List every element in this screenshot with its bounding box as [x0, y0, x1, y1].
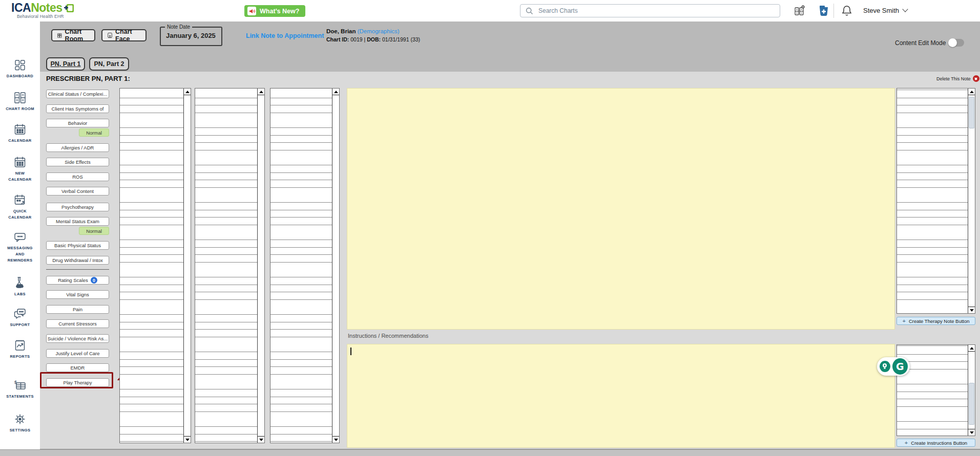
section-button-justify-level-of-care[interactable]: Justify Level of Care: [46, 349, 109, 358]
instructions-pick-list-column[interactable]: [896, 344, 975, 436]
pick-list-column-1[interactable]: [119, 88, 191, 443]
tab-pn-part-2[interactable]: PN, Part 2: [89, 57, 129, 71]
note-text-area[interactable]: [347, 88, 895, 330]
mse-normal-button[interactable]: Normal: [79, 227, 109, 235]
section-button-play-therapy[interactable]: Play Therapy: [46, 378, 109, 387]
sidebar-label: NEW CALENDAR: [3, 170, 37, 183]
whats-new-button[interactable]: What’s New?: [244, 5, 305, 17]
sidebar-item-statements[interactable]: $ STATEMENTS: [0, 379, 40, 400]
scroll-up-arrow[interactable]: [968, 89, 975, 95]
section-button-vital-signs[interactable]: Vital Signs: [46, 290, 109, 299]
behavior-normal-button[interactable]: Normal: [79, 128, 109, 137]
search-icon: [526, 7, 533, 15]
messaging-icon: [13, 231, 27, 244]
section-button-client-has-symptoms[interactable]: Client Has Symptoms of: [46, 104, 109, 113]
therapy-pick-list-column[interactable]: [896, 88, 975, 314]
chart-room-grid-icon: [57, 32, 62, 39]
logo-tagline: Behavioral Health EHR: [17, 14, 88, 19]
sidebar-label: SUPPORT: [3, 322, 37, 328]
chart-rooms-icon[interactable]: [793, 5, 805, 17]
icanotes-logo[interactable]: ICANotes Behavioral Health EHR: [11, 2, 88, 19]
scroll-up-arrow[interactable]: [258, 89, 264, 95]
chart-room-icon: [13, 91, 27, 104]
scroll-up-arrow[interactable]: [968, 345, 975, 352]
pick-list-column-2[interactable]: [195, 88, 265, 443]
section-button-verbal-content[interactable]: Verbal Content: [46, 187, 109, 196]
dashboard-icon: [13, 58, 27, 72]
section-button-clinical-status[interactable]: Clinical Status / Complexi...: [46, 90, 109, 98]
pharmacy-icon[interactable]: [818, 5, 830, 17]
grammarly-logo-icon[interactable]: G: [891, 357, 909, 376]
scrollbar[interactable]: [968, 89, 975, 313]
sidebar-item-quick-calendar[interactable]: QUICK CALENDAR: [0, 193, 40, 221]
search-input[interactable]: [537, 7, 775, 15]
scroll-down-arrow[interactable]: [968, 429, 975, 436]
scroll-thumb[interactable]: [969, 383, 974, 425]
support-chat-icon: [13, 307, 27, 320]
bottom-status-strip: [0, 449, 980, 456]
content-edit-mode-toggle[interactable]: [949, 39, 964, 47]
grammarly-lightbulb-icon[interactable]: [880, 361, 890, 372]
patient-name: Doe, Brian: [326, 28, 356, 34]
user-menu[interactable]: Steve Smith: [863, 7, 907, 14]
sidebar-item-dashboard[interactable]: DASHBOARD: [0, 58, 40, 79]
demographics-link[interactable]: (Demographics): [358, 28, 400, 34]
pick-list-rows[interactable]: [195, 89, 258, 443]
tab-pn-part-1[interactable]: PN, Part 1: [46, 57, 85, 71]
pick-list-column-3[interactable]: [270, 88, 340, 443]
note-date-value: January 6, 2025: [166, 32, 216, 39]
create-instructions-button[interactable]: + Create Instructions Button: [896, 439, 975, 447]
scroll-up-arrow[interactable]: [184, 89, 191, 95]
note-date-field[interactable]: Note Date January 6, 2025: [160, 27, 222, 46]
sidebar-item-new-calendar[interactable]: NEW CALENDAR: [0, 156, 40, 183]
scroll-down-arrow[interactable]: [184, 436, 191, 443]
grammarly-widget[interactable]: G: [877, 357, 910, 376]
scrollbar[interactable]: [968, 345, 975, 436]
section-button-psychotherapy[interactable]: Psychotherapy: [46, 203, 109, 211]
section-button-rating-scales[interactable]: Rating Scales 0: [46, 276, 109, 285]
sidebar-label: STATEMENTS: [3, 394, 37, 400]
chart-search[interactable]: [520, 4, 780, 17]
delete-this-note-button[interactable]: Delete This Note: [936, 75, 979, 82]
scroll-up-arrow[interactable]: [332, 89, 339, 95]
sidebar-item-reports[interactable]: REPORTS: [0, 339, 40, 360]
chart-face-doc-icon: [108, 32, 112, 39]
section-button-mental-status-exam[interactable]: Mental Status Exam: [46, 217, 109, 226]
sidebar-item-support[interactable]: SUPPORT: [0, 307, 40, 328]
logo-text: ICANotes: [11, 2, 88, 13]
section-button-ros[interactable]: ROS: [46, 172, 109, 181]
sidebar-item-calendar[interactable]: CALENDAR: [0, 123, 40, 144]
link-note-to-appointment[interactable]: Link Note to Appointment: [246, 32, 324, 39]
create-therapy-note-button[interactable]: + Create Therapy Note Button: [896, 317, 975, 325]
scroll-down-arrow[interactable]: [332, 436, 339, 443]
scrollbar[interactable]: [257, 89, 264, 443]
pick-list-rows[interactable]: [897, 345, 968, 436]
pick-list-rows[interactable]: [270, 89, 332, 443]
section-button-pain[interactable]: Pain: [46, 305, 109, 314]
section-button-emdr[interactable]: EMDR: [46, 363, 109, 372]
sidebar-item-settings[interactable]: SETTINGS: [0, 412, 40, 433]
sidebar-item-labs[interactable]: LABS: [0, 275, 40, 297]
section-button-drug-withdrawal[interactable]: Drug Withdrawal / Intox: [46, 256, 109, 265]
section-button-side-effects[interactable]: Side Effects: [46, 158, 109, 166]
section-button-behavior[interactable]: Behavior: [46, 119, 109, 127]
chart-face-button[interactable]: Chart Face: [101, 29, 147, 41]
create-instructions-label: Create Instructions Button: [911, 440, 967, 446]
pick-list-rows[interactable]: [120, 89, 184, 443]
pick-list-rows[interactable]: [897, 89, 968, 313]
sidebar-item-chart-room[interactable]: CHART ROOM: [0, 91, 40, 112]
section-button-current-stressors[interactable]: Current Stressors: [46, 319, 109, 328]
chart-room-button[interactable]: Chart Room: [51, 29, 95, 41]
scroll-thumb[interactable]: [969, 97, 974, 128]
section-button-allergies-adr[interactable]: Allergies / ADR: [46, 143, 109, 152]
scrollbar[interactable]: [183, 89, 191, 443]
section-button-suicide-violence-risk[interactable]: Suicide / Violence Risk As...: [46, 334, 109, 343]
instructions-text-area[interactable]: [347, 344, 895, 448]
scroll-down-arrow[interactable]: [258, 436, 264, 443]
notifications-bell-icon[interactable]: [841, 5, 853, 17]
section-button-basic-physical-status[interactable]: Basic Physical Status: [46, 241, 109, 250]
scrollbar[interactable]: [332, 89, 339, 443]
sidebar-item-messaging[interactable]: MESSAGING AND REMINDERS: [0, 231, 40, 264]
scroll-down-arrow[interactable]: [968, 307, 975, 313]
section-divider: [46, 269, 109, 270]
